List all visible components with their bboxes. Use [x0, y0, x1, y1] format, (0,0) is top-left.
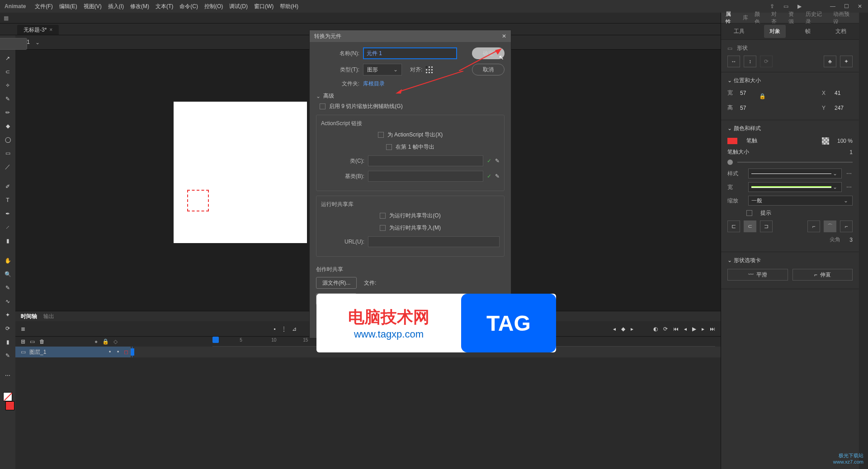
slice-checkbox[interactable]: [320, 103, 326, 109]
dialog-close-icon[interactable]: ✕: [502, 33, 506, 39]
add-layer-icon[interactable]: ⊞: [21, 338, 25, 345]
stroke-size-slider[interactable]: [727, 159, 733, 165]
camera-icon[interactable]: ▪: [274, 326, 275, 332]
insert-kf-icon[interactable]: ◆: [621, 326, 625, 332]
layers-icon[interactable]: ≣: [21, 326, 25, 332]
delete-layer-icon[interactable]: 🗑: [39, 338, 45, 345]
layer-lock-dot[interactable]: •: [114, 349, 122, 355]
scale-select[interactable]: 一般: [748, 196, 853, 206]
step-back-icon[interactable]: ◂: [684, 326, 687, 332]
paintbrush-tool[interactable]: ✎: [3, 351, 13, 361]
next-kf-icon[interactable]: ▸: [631, 326, 633, 332]
menu-edit[interactable]: 编辑(E): [59, 3, 77, 10]
stroke-swatch[interactable]: [727, 138, 737, 144]
menu-commands[interactable]: 命令(C): [179, 3, 198, 10]
scene-dropdown-icon[interactable]: [35, 39, 40, 46]
keyframe[interactable]: [131, 348, 134, 356]
paint-tool[interactable]: ▮: [3, 236, 13, 246]
text-tool[interactable]: T: [3, 195, 13, 205]
play-button-icon[interactable]: ▶: [692, 326, 696, 332]
wand-tool[interactable]: ✧: [3, 80, 13, 90]
rect-tool[interactable]: ▭: [3, 148, 13, 158]
more-tools[interactable]: ⋯: [3, 371, 13, 380]
menu-control[interactable]: 控制(O): [204, 3, 223, 10]
outline-icon[interactable]: ◇: [113, 338, 118, 345]
playhead[interactable]: [212, 337, 219, 343]
oval-tool[interactable]: ◯: [3, 135, 13, 145]
play-icon[interactable]: ▶: [796, 3, 803, 9]
smooth-button[interactable]: 〰平滑: [727, 269, 788, 281]
stroke-size-value[interactable]: 1: [849, 149, 853, 155]
hint-checkbox[interactable]: [746, 210, 752, 216]
tab-timeline[interactable]: 时间轴: [21, 313, 37, 320]
max-icon[interactable]: ☐: [843, 3, 850, 9]
menu-text[interactable]: 文本(T): [156, 3, 173, 10]
shape-tool[interactable]: ◆: [3, 121, 13, 131]
width-profile-select[interactable]: [748, 182, 842, 192]
first-frame-icon[interactable]: ⏮: [673, 326, 679, 332]
name-input[interactable]: [363, 47, 457, 59]
share-icon[interactable]: ⇪: [769, 3, 776, 9]
selection-tool[interactable]: ↖: [0, 38, 27, 50]
opacity-value[interactable]: 100 %: [837, 138, 853, 144]
rt-export-checkbox[interactable]: [380, 213, 386, 219]
height-value[interactable]: 57: [740, 105, 758, 111]
lasso-tool[interactable]: ⊂: [3, 67, 13, 77]
subselect-tool[interactable]: ↗: [3, 53, 13, 63]
menu-view[interactable]: 视图(V): [84, 3, 102, 10]
onion-skin-icon[interactable]: ◐: [653, 326, 658, 332]
doc-tab-close-icon[interactable]: ×: [49, 27, 52, 33]
menu-help[interactable]: 帮助(H): [280, 3, 298, 10]
as-export-checkbox[interactable]: [378, 132, 384, 138]
folder-icon[interactable]: ▭: [30, 338, 35, 345]
doc-tab[interactable]: 无标题-3* ×: [17, 25, 59, 35]
x-value[interactable]: 41: [835, 90, 853, 96]
join-bevel-icon[interactable]: ⌐: [840, 220, 853, 232]
panel-strip[interactable]: [859, 13, 868, 469]
convert-icon[interactable]: ♣: [824, 56, 836, 67]
registration-grid[interactable]: [426, 66, 432, 73]
brush-tool[interactable]: ✎: [3, 94, 13, 104]
type-select[interactable]: 图形: [363, 64, 402, 75]
drawn-rectangle[interactable]: [187, 190, 209, 211]
layer-depth-icon[interactable]: ⋮: [281, 326, 287, 332]
rt-import-checkbox[interactable]: [380, 225, 386, 231]
style-select[interactable]: [748, 169, 842, 178]
zoom-tool[interactable]: 🔍: [3, 269, 13, 279]
subtab-doc[interactable]: 文档: [830, 25, 852, 38]
cap-round-icon[interactable]: ⊂: [744, 220, 756, 232]
hand-tool[interactable]: ✋: [3, 256, 13, 266]
menu-modify[interactable]: 修改(M): [130, 3, 149, 10]
bone-tool[interactable]: ⟋: [3, 222, 13, 232]
lock-col-icon[interactable]: 🔒: [102, 338, 109, 345]
join-miter-icon[interactable]: ⌐: [807, 220, 820, 232]
last-frame-icon[interactable]: ⏭: [710, 326, 715, 332]
menu-file[interactable]: 文件(F): [35, 3, 52, 10]
miter-value[interactable]: 3: [849, 237, 853, 243]
ink-tool[interactable]: ✎: [3, 283, 13, 293]
step-fwd-icon[interactable]: ▸: [702, 326, 704, 332]
flip-v-icon[interactable]: ↕: [744, 56, 756, 67]
line-tool[interactable]: ／: [3, 162, 13, 172]
layer-name[interactable]: 图层_1: [29, 348, 46, 356]
lock-icon[interactable]: 🔒: [759, 93, 766, 99]
join-round-icon[interactable]: ⌒: [824, 220, 836, 232]
cap-square-icon[interactable]: ⊐: [760, 220, 773, 232]
y-value[interactable]: 247: [835, 105, 853, 111]
tab-output[interactable]: 输出: [43, 313, 54, 320]
subtab-frame[interactable]: 帧: [800, 25, 816, 38]
width-value[interactable]: 57: [740, 90, 758, 96]
cancel-button[interactable]: 取消: [472, 64, 505, 75]
dialog-title-bar[interactable]: 转换为元件 ✕: [310, 30, 511, 42]
canvas[interactable]: [174, 102, 307, 243]
pen-tool[interactable]: ✒: [3, 209, 13, 219]
width-tool[interactable]: ∿: [3, 296, 13, 306]
prev-kf-icon[interactable]: ◂: [613, 326, 616, 332]
eye-icon[interactable]: ●: [94, 338, 98, 345]
straighten-button[interactable]: ⌐伸直: [793, 269, 853, 281]
camera-tool[interactable]: ▮: [3, 337, 13, 347]
layer-visible-dot[interactable]: •: [106, 349, 114, 355]
advanced-toggle[interactable]: 高级: [316, 92, 505, 100]
subtab-tool[interactable]: 工具: [728, 25, 750, 38]
min-icon[interactable]: —: [829, 3, 836, 9]
